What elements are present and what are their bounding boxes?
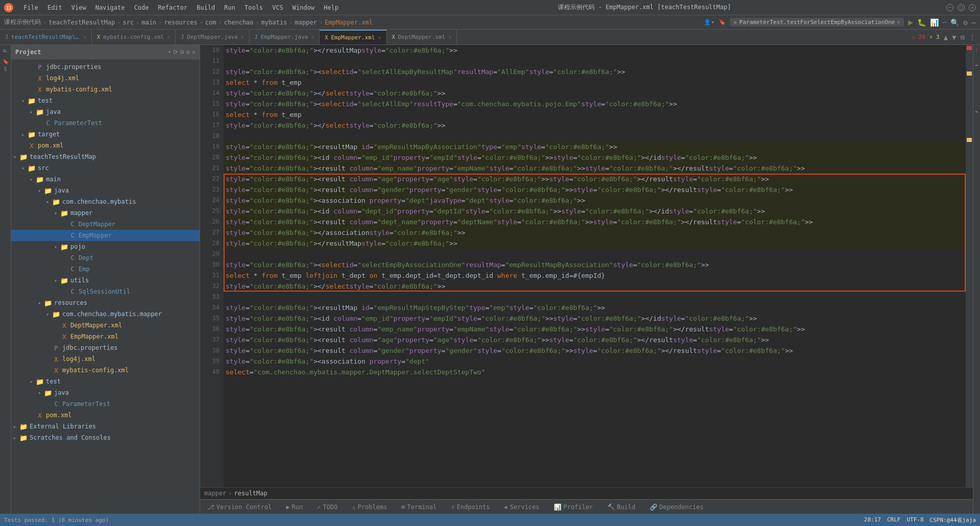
code-line[interactable]: select * from t_emp left join t_dept on …: [224, 270, 966, 281]
code-line[interactable]: [224, 131, 966, 141]
maximize-button[interactable]: □: [958, 4, 965, 11]
breadcrumb-mapper[interactable]: mapper: [295, 19, 317, 26]
tree-item[interactable]: Xmybatis-config.xml: [11, 84, 200, 95]
tab-mybatis-config[interactable]: X mybatis-config.xml ✕: [92, 30, 176, 44]
tree-item[interactable]: XEmpMapper.xml: [11, 331, 200, 342]
tree-item[interactable]: ▾📁java: [11, 106, 200, 117]
close-panel-icon[interactable]: ✕: [192, 49, 195, 56]
menu-build[interactable]: Build: [192, 3, 219, 12]
tree-item[interactable]: CSqlSessionUtil: [11, 286, 200, 297]
tree-item[interactable]: ▾📁java: [11, 185, 200, 196]
code-line[interactable]: style="color:#e8bf6a;"><result column="a…: [224, 174, 966, 184]
breadcrumb-resources[interactable]: resources: [164, 19, 198, 26]
tab-problems[interactable]: ⚠ Problems: [349, 503, 390, 512]
tab-dependencies[interactable]: 🔗 Dependencies: [647, 503, 707, 512]
settings-project-icon[interactable]: ⚙: [186, 49, 190, 56]
tab-parametertest[interactable]: J teachTestResultMap\...\ParameterTest.j…: [0, 30, 92, 44]
tree-item[interactable]: ▾📁main: [11, 174, 200, 185]
tab-close-0[interactable]: ✕: [83, 34, 86, 40]
tree-item[interactable]: ▾📁teachTestResultMap: [11, 151, 200, 162]
collapse-all-icon[interactable]: ⊟: [180, 49, 184, 56]
code-line[interactable]: style="color:#e8bf6a;"><result column="e…: [224, 324, 966, 334]
tab-close-1[interactable]: ✕: [167, 34, 170, 40]
tree-item[interactable]: CEmp: [11, 264, 200, 275]
code-line[interactable]: style="color:#e8bf6a;"></selectstyle="co…: [224, 88, 966, 99]
code-line[interactable]: style="color:#e8bf6a;"></selectstyle="co…: [224, 281, 966, 292]
code-line[interactable]: style="color:#e8bf6a;"><id column="emp_i…: [224, 313, 966, 324]
tab-run[interactable]: ▶ Run: [283, 503, 306, 512]
menu-edit[interactable]: Edit: [43, 3, 66, 12]
breadcrumb-mybatis[interactable]: mybatis: [261, 19, 287, 26]
tree-item[interactable]: CEmpMapper: [11, 230, 200, 241]
code-line[interactable]: style="color:#e8bf6a;"><select id="selec…: [224, 99, 966, 109]
code-line[interactable]: select * from t_emp: [224, 77, 966, 88]
tree-item[interactable]: CParameterTest: [11, 398, 200, 410]
tab-endpoints[interactable]: ⚡ Endpoints: [448, 503, 493, 512]
tree-item[interactable]: Xpom.xml: [11, 140, 200, 151]
tree-item[interactable]: Xpom.xml: [11, 410, 200, 421]
breadcrumb-src[interactable]: src: [123, 19, 134, 26]
tree-item[interactable]: ▾📁test: [11, 95, 200, 106]
code-line[interactable]: style="color:#e8bf6a;"><result column="g…: [224, 184, 966, 195]
code-line[interactable]: style="color:#e8bf6a;"></associationstyl…: [224, 227, 966, 238]
tree-item[interactable]: CDeptMapper: [11, 219, 200, 230]
run-config-dropdown[interactable]: ▾: [897, 19, 900, 25]
search-button[interactable]: 🔍: [950, 18, 959, 27]
tree-item[interactable]: ▾📁resources: [11, 297, 200, 308]
breadcrumb-project[interactable]: 课程示例代码: [4, 18, 41, 27]
more-editor-button[interactable]: ⋮: [969, 33, 976, 41]
code-line[interactable]: style="color:#e8bf6a;"><result column="a…: [224, 334, 966, 345]
code-line[interactable]: style="color:#e8bf6a;"><association prop…: [224, 356, 966, 367]
code-line[interactable]: style="color:#e8bf6a;"></selectstyle="co…: [224, 120, 966, 131]
collapse-button[interactable]: ▲: [944, 33, 948, 41]
code-line[interactable]: style="color:#e8bf6a;"></resultMapstyle=…: [224, 238, 966, 249]
code-line[interactable]: select * from t_emp: [224, 109, 966, 120]
tree-item[interactable]: CDept: [11, 252, 200, 264]
menu-navigate[interactable]: Navigate: [91, 3, 129, 12]
tab-services[interactable]: ◈ Services: [501, 503, 543, 512]
tree-item[interactable]: ▸📁target: [11, 129, 200, 140]
menu-tools[interactable]: Tools: [240, 3, 267, 12]
breadcrumb-file[interactable]: EmpMapper.xml: [325, 19, 373, 26]
tab-version-control[interactable]: ⎇ Version Control: [204, 503, 275, 512]
tree-item[interactable]: ▾📁java: [11, 387, 200, 398]
project-sidebar-icon[interactable]: P: [2, 49, 9, 53]
menu-code[interactable]: Code: [130, 3, 153, 12]
tree-item[interactable]: Pjdbc.properties: [11, 342, 200, 353]
breadcrumb-chenchao[interactable]: chenchao: [224, 19, 254, 26]
sync-icon[interactable]: ⟳: [173, 49, 178, 56]
split-button[interactable]: ⊟: [961, 33, 965, 41]
menu-help[interactable]: Help: [320, 3, 342, 12]
tree-item[interactable]: ▾📁test: [11, 376, 200, 387]
menu-run[interactable]: Run: [220, 3, 239, 12]
coverage-button[interactable]: 📊: [930, 18, 939, 27]
tab-deptmapper-xml[interactable]: X DeptMapper.xml ✕: [387, 30, 457, 44]
code-line[interactable]: style="color:#e8bf6a;"><id column="emp_i…: [224, 152, 966, 163]
code-line[interactable]: style="color:#e8bf6a;"><resultMap id="em…: [224, 302, 966, 313]
tree-item[interactable]: CParameterTest: [11, 117, 200, 129]
tree-item[interactable]: Xmybatis-config.xml: [11, 365, 200, 376]
more-button[interactable]: ⋯: [972, 18, 976, 27]
more-run-button[interactable]: ⋯: [943, 19, 946, 26]
tree-item[interactable]: ▾📁utils: [11, 275, 200, 286]
breadcrumb-main[interactable]: main: [141, 19, 156, 26]
tree-item[interactable]: ▸📁Scratches and Consoles: [11, 432, 200, 443]
code-line[interactable]: style="color:#e8bf6a;"><association prop…: [224, 195, 966, 206]
minimize-button[interactable]: ─: [946, 4, 953, 11]
tab-close-3[interactable]: ✕: [311, 34, 314, 40]
breadcrumb-module[interactable]: teachTestResultMap: [48, 19, 115, 26]
menu-vcs[interactable]: VCS: [268, 3, 287, 12]
tree-item[interactable]: Xlog4j.xml: [11, 73, 200, 84]
tree-item[interactable]: ▾📁com.chenchao.mybatis: [11, 196, 200, 207]
menu-window[interactable]: Window: [288, 3, 318, 12]
menu-view[interactable]: View: [67, 3, 90, 12]
tree-item[interactable]: ▾📁mapper: [11, 207, 200, 219]
bookmark-icon[interactable]: 🔖: [719, 19, 726, 26]
tab-close-2[interactable]: ✕: [241, 34, 244, 40]
tree-item[interactable]: ▸📁External Libraries: [11, 421, 200, 432]
tab-terminal[interactable]: ⊞ Terminal: [398, 503, 439, 512]
tree-item[interactable]: ▾📁com.chenchao.mybatis.mapper: [11, 308, 200, 320]
tree-item[interactable]: ▾📁src: [11, 162, 200, 174]
tree-item[interactable]: XDeptMapper.xml: [11, 320, 200, 331]
code-line[interactable]: style="color:#e8bf6a;"></resultMapstyle=…: [224, 45, 966, 56]
